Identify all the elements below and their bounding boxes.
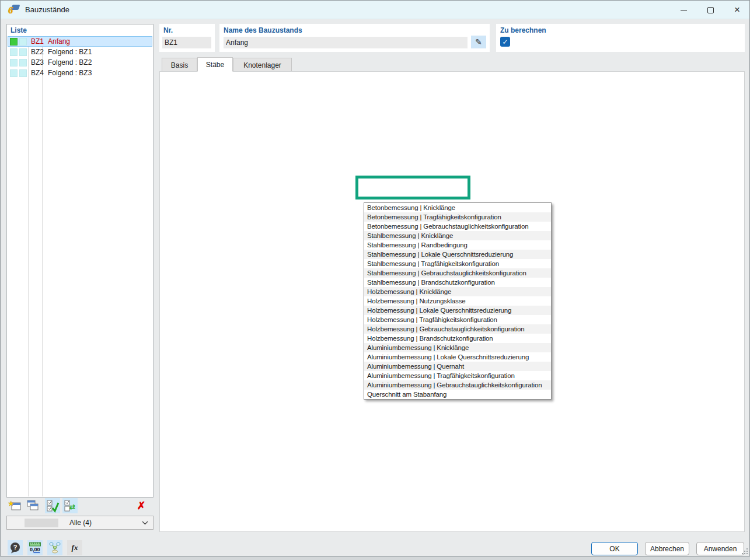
dropdown-item[interactable]: Querschnitt am Stabanfang bbox=[364, 390, 551, 399]
eigenschaft-dropdown-list: Betonbemessung | Knicklänge Betonbemessu… bbox=[364, 202, 552, 400]
stage-state-marker bbox=[10, 38, 18, 46]
new-stage-button[interactable]: ★ bbox=[8, 498, 23, 513]
dropdown-item[interactable]: Stahlbemessung | Knicklänge bbox=[364, 231, 551, 240]
stage-state-marker bbox=[19, 59, 27, 66]
svg-text:⇄: ⇄ bbox=[69, 503, 75, 511]
filter-color-swatch bbox=[25, 519, 58, 527]
maximize-icon bbox=[707, 7, 714, 13]
dropdown-item[interactable]: Aluminiumbemessung | Tragfähigkeitskonfi… bbox=[364, 371, 551, 380]
close-button[interactable]: × bbox=[724, 1, 750, 19]
ok-button[interactable]: OK bbox=[591, 542, 638, 555]
invert-selection-icon: ⇄ bbox=[63, 499, 77, 513]
cancel-button[interactable]: Abbrechen bbox=[645, 542, 689, 555]
stage-state-marker bbox=[19, 48, 27, 56]
list-filter-dropdown[interactable]: Alle (4) bbox=[6, 516, 154, 530]
calculate-card: Zu berechnen ✓ bbox=[496, 24, 745, 52]
calculate-checkbox[interactable]: ✓ bbox=[500, 37, 510, 47]
chevron-down-icon bbox=[142, 521, 148, 525]
app-icon: 6 bbox=[8, 5, 19, 16]
list-item[interactable]: BZ2 Folgend : BZ1 bbox=[8, 47, 152, 57]
dropdown-item[interactable]: Stahlbemessung | Tragfähigkeitskonfigura… bbox=[364, 259, 551, 268]
dropdown-item[interactable]: Aluminiumbemessung | Lokale Querschnitts… bbox=[364, 352, 551, 362]
background-app-strip bbox=[0, 556, 750, 560]
name-field[interactable] bbox=[224, 37, 468, 48]
svg-text:0,00: 0,00 bbox=[30, 547, 40, 552]
check-icon: ✓ bbox=[502, 38, 508, 46]
window-title: Bauzustände bbox=[25, 5, 69, 14]
fx-icon: fx bbox=[72, 543, 78, 552]
stage-state-marker bbox=[19, 38, 27, 46]
new-window-star-icon: ★ bbox=[8, 499, 22, 512]
stage-state-marker bbox=[10, 48, 18, 56]
minimize-button[interactable] bbox=[670, 1, 697, 19]
svg-text:?: ? bbox=[13, 544, 18, 551]
dropdown-item[interactable]: Betonbemessung | Gebrauchstauglichkeitsk… bbox=[364, 222, 551, 231]
select-all-icon bbox=[46, 499, 60, 513]
dropdown-item[interactable]: Stahlbemessung | Brandschutzkonfiguratio… bbox=[364, 278, 551, 287]
list-item[interactable]: BZ1 Anfang bbox=[8, 36, 152, 47]
minimize-icon bbox=[681, 10, 687, 10]
stage-name: Anfang bbox=[48, 37, 70, 46]
name-label: Name des Bauzustands bbox=[224, 26, 302, 34]
dropdown-item[interactable]: Holzbemessung | Tragfähigkeitskonfigurat… bbox=[364, 315, 551, 324]
stage-id: BZ3 bbox=[31, 58, 45, 66]
dropdown-item[interactable]: Aluminiumbemessung | Gebrauchstauglichke… bbox=[364, 380, 551, 390]
config-tree-button[interactable] bbox=[47, 540, 62, 555]
select-all-button[interactable] bbox=[45, 498, 60, 513]
stage-id: BZ4 bbox=[31, 69, 45, 77]
liste-panel: Liste BZ1 Anfang BZ2 Folgend : BZ1 bbox=[6, 24, 154, 498]
invert-selection-button[interactable]: ⇄ bbox=[62, 498, 78, 513]
filter-label: Alle (4) bbox=[69, 519, 92, 527]
copy-icon bbox=[26, 499, 40, 512]
delete-stage-button[interactable]: ✗ bbox=[134, 498, 149, 513]
liste-label: Liste bbox=[11, 26, 27, 34]
edit-name-button[interactable]: ✎ bbox=[471, 36, 486, 48]
tab-basis[interactable]: Basis bbox=[162, 58, 197, 72]
tab-knotenlager[interactable]: Knotenlager bbox=[233, 58, 292, 72]
maximize-button[interactable] bbox=[697, 1, 724, 19]
stage-name: Folgend : BZ2 bbox=[48, 58, 92, 66]
dropdown-item[interactable]: Betonbemessung | Tragfähigkeitskonfigura… bbox=[364, 212, 551, 222]
list-column-divider bbox=[28, 36, 29, 496]
stage-state-marker bbox=[10, 69, 18, 77]
highlight-box bbox=[355, 176, 470, 200]
dropdown-item[interactable]: Aluminiumbemessung | Quernaht bbox=[364, 362, 551, 371]
help-icon: ? bbox=[9, 541, 22, 554]
units-icon: 0,00 bbox=[29, 541, 41, 554]
bauzustaende-dialog: 6 Bauzustände × Liste BZ1 Anfang bbox=[0, 0, 750, 556]
svg-text:★: ★ bbox=[8, 500, 14, 507]
stage-id: BZ2 bbox=[31, 48, 45, 56]
list-item[interactable]: BZ3 Folgend : BZ2 bbox=[8, 57, 152, 68]
dropdown-item[interactable]: Stahlbemessung | Gebrauchstauglichkeitsk… bbox=[364, 268, 551, 278]
apply-button[interactable]: Anwenden bbox=[696, 542, 744, 555]
stage-state-marker bbox=[10, 59, 18, 66]
stage-id: BZ1 bbox=[31, 37, 45, 46]
units-settings-button[interactable]: 0,00 bbox=[27, 540, 43, 555]
pencil-icon: ✎ bbox=[475, 37, 482, 47]
list-item[interactable]: BZ4 Folgend : BZ3 bbox=[8, 68, 152, 78]
name-card: Name des Bauzustands ✎ bbox=[219, 24, 490, 52]
stage-state-marker bbox=[19, 69, 27, 77]
help-button[interactable]: ? bbox=[8, 540, 23, 555]
list-column-divider bbox=[42, 36, 43, 496]
stage-name: Folgend : BZ3 bbox=[48, 69, 92, 77]
dropdown-item[interactable]: Holzbemessung | Gebrauchstauglichkeitsko… bbox=[364, 324, 551, 334]
titlebar: 6 Bauzustände × bbox=[1, 1, 749, 19]
dropdown-item[interactable]: Holzbemessung | Brandschutzkonfiguration bbox=[364, 334, 551, 343]
copy-stage-button[interactable] bbox=[25, 498, 40, 513]
dropdown-item[interactable]: Holzbemessung | Nutzungsklasse bbox=[364, 296, 551, 306]
nr-field[interactable] bbox=[162, 37, 211, 48]
config-tree-icon bbox=[48, 541, 61, 554]
tab-staebe[interactable]: Stäbe bbox=[197, 57, 233, 72]
dropdown-item[interactable]: Betonbemessung | Knicklänge bbox=[364, 203, 551, 212]
dropdown-item[interactable]: Holzbemessung | Knicklänge bbox=[364, 287, 551, 296]
resize-grip[interactable] bbox=[742, 548, 748, 554]
nr-label: Nr. bbox=[163, 26, 173, 34]
dropdown-item[interactable]: Holzbemessung | Lokale Querschnittsreduz… bbox=[364, 306, 551, 315]
stage-name: Folgend : BZ1 bbox=[48, 48, 92, 56]
dropdown-item[interactable]: Stahlbemessung | Lokale Querschnittsredu… bbox=[364, 250, 551, 259]
dropdown-item[interactable]: Stahlbemessung | Randbedingung bbox=[364, 240, 551, 250]
formula-button[interactable]: fx bbox=[67, 540, 82, 555]
dropdown-item[interactable]: Aluminiumbemessung | Knicklänge bbox=[364, 343, 551, 352]
calculate-label: Zu berechnen bbox=[500, 26, 546, 34]
